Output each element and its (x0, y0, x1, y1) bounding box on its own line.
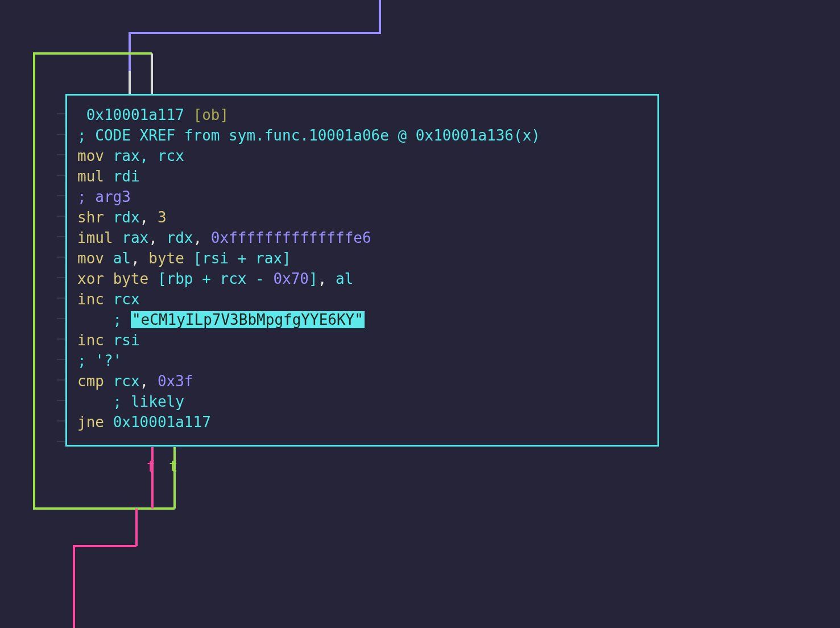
insn-shr: shr rdx, 3 (77, 209, 167, 226)
xref-comment: ; CODE XREF from sym.func.10001a06e @ 0x… (77, 127, 540, 144)
addr-line: 0x10001a117 [ob] (77, 106, 229, 123)
branch-label-false: f (146, 456, 155, 477)
branch-label-true: t (169, 456, 178, 477)
comment-string: ; "eCM1yILp7V3BbMpgfgYYE6KY" (77, 311, 365, 328)
comment-questionmark: ; '?' (77, 352, 122, 369)
flow-edge-false (34, 447, 152, 509)
insn-jne: jne 0x10001a117 (77, 414, 211, 431)
insn-inc-rsi: inc rsi (77, 332, 140, 349)
gutter-ticks (57, 114, 66, 441)
comment-arg3: ; arg3 (77, 188, 131, 205)
insn-inc-rcx: inc rcx (77, 291, 140, 308)
basic-block[interactable]: 0x10001a117 [ob] ; CODE XREF from sym.fu… (65, 94, 659, 447)
flow-edge-top-purple (130, 0, 380, 72)
insn-xor: xor byte [rbp + rcx - 0x70], al (77, 270, 353, 287)
comment-likely: ; likely (77, 393, 184, 410)
disassembly-listing: 0x10001a117 [ob] ; CODE XREF from sym.fu… (77, 105, 647, 432)
insn-mul-rdi: mul rdi (77, 168, 140, 185)
flow-edge-stub (130, 53, 152, 94)
insn-cmp: cmp rcx, 0x3f (77, 373, 193, 390)
flow-edge-bottom-magenta (74, 509, 136, 628)
insn-imul: imul rax, rdx, 0xffffffffffffffe6 (77, 229, 371, 246)
insn-mov-al: mov al, byte [rsi + rax] (77, 250, 291, 267)
insn-mov-rax-rcx: mov rax, rcx (77, 147, 184, 164)
